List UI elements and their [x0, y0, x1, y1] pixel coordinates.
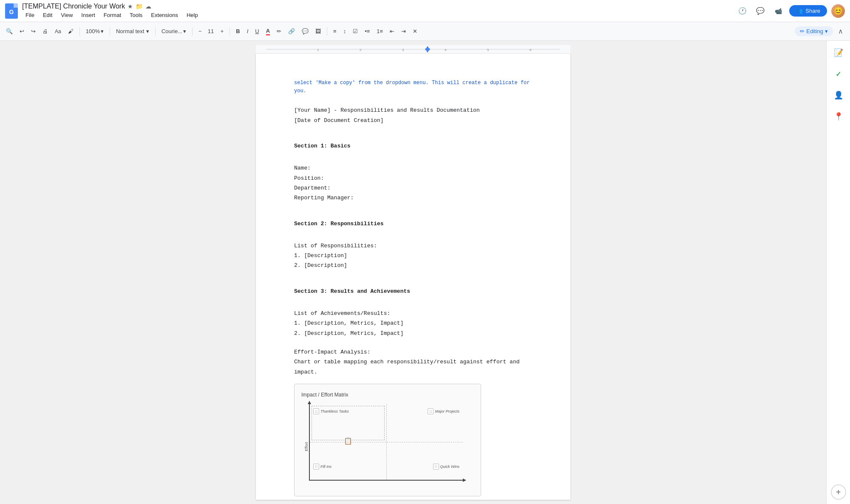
menu-insert[interactable]: Insert — [78, 11, 99, 19]
matrix-box: Impact / Effort Matrix Effort — [294, 384, 481, 496]
matrix-axes: 📋 □ Thankless Tasks □ Major Projects — [309, 404, 463, 481]
responsibilities-label[interactable]: List of Responsibilities: — [294, 241, 532, 251]
chat-button[interactable]: 💬 — [754, 4, 767, 18]
effort-impact-desc[interactable]: Chart or table mapping each responsibili… — [294, 357, 532, 367]
basics-manager[interactable]: Reporting Manager: — [294, 193, 532, 203]
achievement-1[interactable]: 1. [Description, Metrics, Impact] — [294, 318, 532, 328]
section3-heading[interactable]: Section 3: Results and Achievements — [294, 286, 532, 296]
svg-text:1: 1 — [317, 48, 319, 52]
italic-button[interactable]: I — [244, 26, 251, 36]
sidebar-maps-button[interactable]: 📍 — [831, 109, 846, 124]
basics-department[interactable]: Department: — [294, 183, 532, 193]
divider-4 — [192, 27, 193, 36]
quick-wins-item: □ Quick Wins — [433, 464, 459, 470]
font-size-value[interactable]: 11 — [205, 26, 217, 36]
pencil-icon: ✏ — [800, 28, 805, 34]
main-layout: 1 2 3 4 5 6 7 select 'Make a copy' from … — [0, 41, 850, 504]
history-button[interactable]: 🕐 — [736, 4, 749, 18]
spellcheck-button[interactable]: Aa — [52, 27, 64, 36]
doc-line1[interactable]: [Your Name] - Responsibilities and Resul… — [294, 105, 532, 115]
ruler: 1 2 3 4 5 6 7 — [256, 45, 570, 54]
menu-format[interactable]: Format — [100, 11, 125, 19]
effort-impact-label[interactable]: Effort-Impact Analysis: — [294, 347, 532, 357]
responsibility-2[interactable]: 2. [Description] — [294, 260, 532, 270]
font-size-control: − 11 + — [196, 26, 226, 36]
menu-edit[interactable]: Edit — [40, 11, 56, 19]
menu-file[interactable]: File — [22, 11, 38, 19]
align-button[interactable]: ≡ — [331, 26, 339, 36]
center-icon: 📋 — [344, 436, 352, 447]
editing-mode-selector[interactable]: ✏ Editing ▾ — [795, 26, 833, 36]
editing-label: Editing — [806, 28, 823, 34]
top-bar-right: 🕐 💬 📹 👥 Share 😊 — [736, 4, 845, 18]
divider-2 — [110, 27, 110, 36]
fillin-icon: □ — [313, 464, 319, 470]
folder-icon[interactable]: 📁 — [136, 3, 143, 10]
search-button[interactable]: 🔍 — [3, 26, 15, 36]
toolbar-expand-button[interactable]: ∧ — [835, 25, 847, 37]
text-color-button[interactable]: A — [264, 26, 272, 37]
zoom-select[interactable]: 100% ▾ — [83, 26, 106, 36]
menu-view[interactable]: View — [57, 11, 76, 19]
link-button[interactable]: 🔗 — [286, 26, 298, 36]
section1-heading[interactable]: Section 1: Basics — [294, 141, 532, 151]
sidebar-add-button[interactable]: + — [831, 484, 846, 500]
meet-button[interactable]: 📹 — [771, 4, 785, 18]
basics-position[interactable]: Position: — [294, 173, 532, 183]
share-button[interactable]: 👥 Share — [789, 5, 827, 17]
svg-marker-9 — [425, 48, 430, 53]
cloud-icon[interactable]: ☁ — [145, 3, 151, 10]
quick-label: Quick Wins — [440, 464, 459, 470]
style-select[interactable]: Normal text ▾ — [113, 26, 152, 36]
achievement-2[interactable]: 2. [Description, Metrics, Impact] — [294, 328, 532, 338]
right-sidebar: 📝 ✓ 👤 📍 + — [826, 41, 850, 504]
sidebar-tasks-button[interactable]: ✓ — [831, 66, 846, 82]
font-size-decrease[interactable]: − — [196, 26, 204, 36]
star-icon[interactable]: ★ — [128, 3, 133, 10]
share-label: Share — [805, 8, 820, 14]
image-button[interactable]: 🖼 — [313, 26, 323, 36]
avatar[interactable]: 😊 — [831, 4, 845, 18]
font-size-increase[interactable]: + — [218, 26, 227, 36]
svg-text:4: 4 — [445, 48, 447, 52]
responsibility-1[interactable]: 1. [Description] — [294, 251, 532, 260]
checklist-button[interactable]: ☑ — [350, 26, 360, 36]
highlight-button[interactable]: ✏ — [274, 26, 284, 36]
indent-less-button[interactable]: ⇤ — [387, 26, 397, 36]
major-label: Major Projects — [435, 408, 459, 414]
toolbar: 🔍 ↩ ↪ 🖨 Aa 🖌 100% ▾ Normal text ▾ Courie… — [0, 22, 850, 41]
menu-extensions[interactable]: Extensions — [147, 11, 181, 19]
basics-name[interactable]: Name: — [294, 163, 532, 173]
zoom-value: 100% — [86, 28, 100, 34]
clear-format-button[interactable]: ✕ — [410, 26, 420, 36]
achievements-label[interactable]: List of Achievements/Results: — [294, 309, 532, 318]
sidebar-contacts-button[interactable]: 👤 — [831, 88, 846, 103]
font-select[interactable]: Courie... ▾ — [159, 26, 189, 36]
line-spacing-button[interactable]: ↕ — [341, 26, 349, 36]
section2-heading[interactable]: Section 2: Responsibilities — [294, 219, 532, 229]
menu-tools[interactable]: Tools — [126, 11, 146, 19]
undo-button[interactable]: ↩ — [17, 26, 27, 36]
zoom-chevron: ▾ — [101, 28, 104, 34]
paint-format-button[interactable]: 🖌 — [65, 26, 76, 36]
text-color-icon: A — [266, 28, 270, 35]
menu-help[interactable]: Help — [183, 11, 201, 19]
comment-button[interactable]: 💬 — [299, 26, 311, 36]
doc-icon: G — [5, 3, 18, 19]
redo-button[interactable]: ↪ — [28, 26, 38, 36]
effort-impact-desc2[interactable]: impact. — [294, 367, 532, 377]
bold-button[interactable]: B — [233, 26, 242, 36]
ruler-marks: 1 2 3 4 5 6 7 — [256, 45, 570, 53]
divider-1 — [79, 27, 80, 36]
bullet-list-button[interactable]: •≡ — [362, 26, 372, 36]
editing-chevron: ▾ — [825, 28, 828, 34]
sidebar-notes-button[interactable]: 📝 — [831, 45, 846, 60]
doc-line2[interactable]: [Date of Document Creation] — [294, 116, 532, 125]
top-bar: G [TEMPLATE] Chronicle Your Work ★ 📁 ☁ F… — [0, 0, 850, 22]
indent-more-button[interactable]: ⇥ — [399, 26, 408, 36]
underline-button[interactable]: U — [252, 26, 261, 36]
numbered-list-button[interactable]: 1≡ — [374, 26, 385, 36]
print-button[interactable]: 🖨 — [40, 26, 51, 36]
intro-note: select 'Make a copy' from the dropdown m… — [294, 79, 532, 95]
ruler-svg: 1 2 3 4 5 6 7 — [266, 45, 560, 53]
